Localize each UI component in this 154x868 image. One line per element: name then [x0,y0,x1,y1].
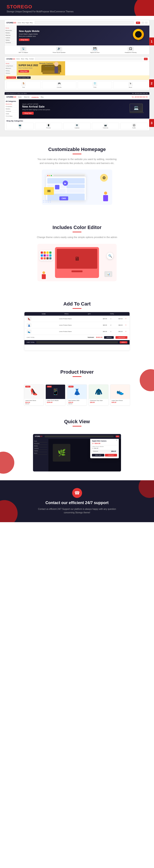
cms-play-icon[interactable]: ▶ [63,181,68,186]
screen2-product[interactable]: 🖱 Mouse [113,81,148,89]
screen3-nav-item[interactable]: Blog [40,96,44,98]
screen2-sidebar-item[interactable]: Bedroom [6,67,15,70]
screen1-search[interactable] [35,21,134,24]
product-card[interactable]: 👟 Latest Sport Shoes $45.00 [110,384,130,406]
laptop-screen: 💻 [129,103,143,112]
screen1-sidebar-item[interactable]: Mobiles [5,32,15,34]
screen1-search-btn[interactable]: 🔍 [136,22,140,24]
color-monitor: 🖥 [55,247,99,278]
product-card-img: SALE 👠 [24,384,44,399]
screen3-nav-item-active[interactable]: Contact Us [31,96,39,98]
apply-coupon-btn[interactable]: APPLY [120,341,127,343]
screen3-cat-item[interactable]: 📷 Cameras [92,123,119,129]
screen1-sidebar-item[interactable]: Laptops [5,37,15,39]
color-swatch-lightred [41,257,43,259]
product-card-img: 🧥 [89,384,108,399]
product-card[interactable]: SALE 👠 Latest Heel Shoes $24.00 $35.00 [24,384,44,406]
screen3-cat-item[interactable]: 📱 Phones [35,123,62,129]
screen1-sidebar-item[interactable]: Cameras [5,41,15,44]
cms-dot-red [47,175,48,176]
screen1-product[interactable]: 🎧 Headphone Sharing [114,47,148,53]
screen2-shop-btn[interactable]: Shop Now [18,70,29,72]
screen1-product[interactable]: 📡 WiFi T3 Adaptor [6,47,40,53]
screen1-nav-item[interactable]: Pages [26,22,29,23]
qv-nav-btn[interactable]: 🔍 [116,436,119,437]
screen3-shop-btn[interactable]: Shop Now [22,112,34,115]
screen2-sidebar-item[interactable]: Dining [6,70,15,72]
screen1-shop-btn[interactable]: Shop Now [19,38,30,41]
screen1-nav-item[interactable]: Shop [22,22,25,23]
screen-number-2: 2 [149,79,154,87]
screen3-cat-item[interactable]: 🎧 Audio [120,123,148,129]
screen3-sidebar-cat[interactable]: Mobiles [6,108,17,110]
screen3-sidebar-cat[interactable]: TV & Video [6,115,17,118]
cart-row-img: 👗 [27,323,32,327]
screen3-hero: SALE LAPTOP OFFER New Arrival Sale Shop … [19,99,149,119]
screen2-sidebar-item[interactable]: Kitchen [6,72,15,74]
screen1-sidebar-item[interactable]: Tablets [5,39,15,41]
qv-view-cart-btn[interactable]: VIEW CART [92,454,104,457]
screen3-nav-item[interactable]: About Us [23,96,30,98]
screen1-icon-user[interactable] [142,22,144,24]
qv-search[interactable] [45,436,114,437]
screen2-product[interactable]: 👕 T-Shirt [78,81,112,89]
screen1-sidebar-item[interactable]: Home [5,27,15,29]
screen1-product[interactable]: 💾 Signal SP Drive [78,47,112,53]
screen1-nav-item[interactable]: Blog [30,22,33,23]
cart-total-area: Subtotal: $102.00 UPDATE CHECKOUT [87,336,127,339]
screen1-icon-cart[interactable] [145,22,148,24]
screen3-cat-item[interactable]: 📺 TVs [6,123,34,129]
qv-sidebar-item[interactable]: Electronics [34,442,47,445]
screen3-sidebar-cat[interactable]: Audio [6,113,17,115]
screen3-sidebar-cat[interactable]: Cameras [6,110,17,113]
cart-delete-btn[interactable]: × [124,331,127,332]
screen2-promo-text: Remote Fashion Up To 40% Off New Smart S… [39,62,53,67]
qv-sidebar-item[interactable]: Fashion [34,450,47,452]
screen2-product[interactable]: 🎮 Controller [42,81,76,89]
product-card[interactable]: SALE 👗 Kids Fashion 2022 $18.00 $28.00 [67,384,87,406]
screen3-shop-categories: Shop By Categories 📺 TVs 📱 Phones � [5,119,149,130]
cat-label: Phones [36,127,62,128]
cart-update-btn[interactable]: UPDATE [104,336,114,339]
screen1-nav-item[interactable]: Home [17,22,21,23]
screen-demo-3: Free Shipping on orders over $100 Tel: +… [4,92,150,131]
coupon-input[interactable] [36,341,118,343]
cms-person-illustration [102,191,109,203]
screen1-product-name: Signal SP Drive [78,52,112,53]
screen2-cart-btn[interactable]: 🛒 [144,58,148,60]
screen2-search[interactable] [35,58,143,60]
screen1-hero-text: New Apple Mobile Smart Watch | Apple Mob… [19,30,41,41]
product-card[interactable]: NEW 📱 Latest Touch Mobile $199.00 [45,384,65,406]
screen1-product[interactable]: 🔊 Prime Sound Speaker [42,47,76,53]
qv-sidebar-item[interactable]: Mobiles [34,445,47,447]
screen1-sidebar-item[interactable]: Watches [5,34,15,37]
color-editor-underline [73,232,81,232]
screen-demo-2: STOREGO Home About Blog Contact 🛒 Home L… [4,56,150,90]
qv-checkout-btn[interactable]: CHECKOUT [105,454,117,457]
screen3-sidebar-cat[interactable]: Computers [6,105,17,108]
screen3-cat-item[interactable]: 💻 Laptops [63,123,91,129]
screen2-menu-item[interactable]: Blog [26,58,28,60]
qv-logo: STOREGO [35,436,42,437]
cart-checkout-btn[interactable]: CHECKOUT [116,336,127,339]
cart-delete-btn[interactable]: × [124,318,127,320]
qv-sidebar-item[interactable]: Cameras [34,447,47,450]
color-editor-illustration: 🖥 🔍 📊 [37,244,117,281]
screen2-sidebar-item[interactable]: Home [6,62,15,65]
screen2-product[interactable]: 🪑 Chair [6,81,41,89]
color-editor-feature: Includes Color Editor Change theme color… [0,215,154,291]
screen3-sidebar-cat[interactable]: Electronics [6,103,17,105]
screen2-sidebar-item[interactable]: Living Room [6,65,15,67]
magnifier-icon: 🔍 [107,253,113,259]
cart-delete-btn[interactable]: × [124,324,127,326]
screen2-menu-item[interactable]: Contact [29,58,34,60]
cube-decoration [55,185,60,189]
qv-modal-close[interactable]: ✕ [116,439,117,441]
screen2-menu-item[interactable]: Home [16,58,20,60]
qv-sidebar-item[interactable]: Home [34,440,47,442]
qv-sidebar-item[interactable]: Sports [34,452,47,455]
screen2-menu-item[interactable]: About [21,58,25,60]
screen1-sidebar-item[interactable]: Electronics [5,29,15,32]
product-card[interactable]: 🧥 Outerwear Drop Style $38.00 [89,384,109,406]
screen3-nav-item[interactable]: Home [17,96,22,98]
